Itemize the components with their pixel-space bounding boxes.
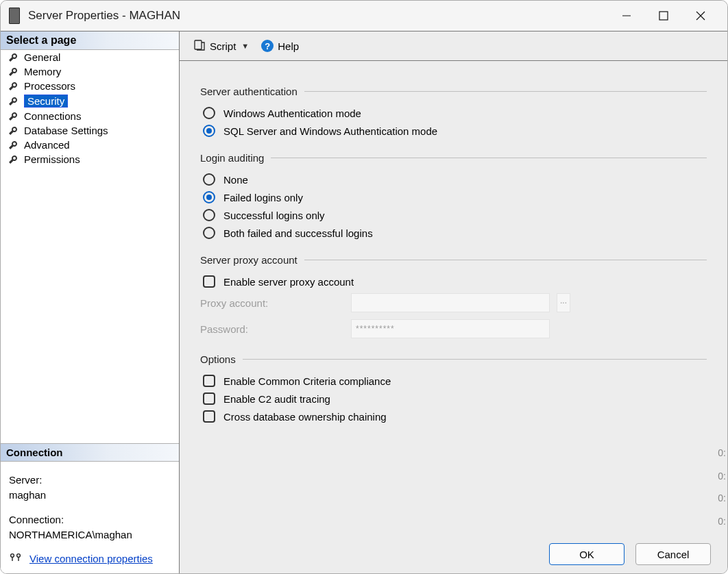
close-button[interactable] — [682, 1, 719, 31]
close-icon — [695, 10, 706, 21]
group-title-login-auditing: Login auditing — [200, 152, 271, 164]
checkbox-enable-proxy[interactable]: Enable server proxy account — [200, 275, 707, 288]
radio-label: Windows Authentication mode — [223, 108, 361, 119]
ok-button[interactable]: OK — [549, 543, 624, 565]
radio-icon — [203, 227, 215, 239]
group-server-authentication: Server authentication Windows Authentica… — [200, 86, 707, 137]
minimize-button[interactable] — [608, 1, 645, 31]
checkbox-common-criteria[interactable]: Enable Common Criteria compliance — [200, 375, 707, 387]
radio-label: Successful logins only — [223, 210, 325, 221]
server-value: maghan — [9, 488, 171, 503]
main-panel: Script ▼ ? Help Server authentication — [180, 32, 727, 573]
sidebar-item-security[interactable]: Security — [1, 93, 179, 109]
minimize-icon — [621, 10, 632, 21]
wrench-icon — [8, 66, 19, 77]
group-server-proxy: Server proxy account Enable server proxy… — [200, 254, 707, 338]
checkbox-cross-db-ownership[interactable]: Cross database ownership chaining — [200, 410, 707, 423]
sidebar-page-list: GeneralMemoryProcessorsSecurityConnectio… — [1, 50, 179, 166]
sidebar-item-general[interactable]: General — [1, 50, 179, 64]
sidebar-item-label: Security — [24, 95, 68, 108]
radio-label: Both failed and successful logins — [223, 227, 373, 239]
radio-sql-and-windows-auth[interactable]: SQL Server and Windows Authentication mo… — [200, 125, 707, 137]
edge-marker: 0: — [712, 471, 727, 482]
script-button[interactable]: Script ▼ — [189, 37, 253, 55]
proxy-password-input: ********** — [351, 319, 550, 338]
svg-point-6 — [17, 554, 21, 558]
group-title-server-auth: Server authentication — [200, 86, 304, 97]
radio-icon — [203, 107, 215, 119]
proxy-account-label: Proxy account: — [200, 297, 351, 309]
cancel-button[interactable]: Cancel — [635, 543, 711, 565]
sidebar-item-connections[interactable]: Connections — [1, 109, 179, 123]
checkbox-label: Cross database ownership chaining — [223, 411, 387, 423]
script-label: Script — [210, 40, 236, 52]
script-icon — [193, 39, 206, 53]
wrench-icon — [8, 154, 19, 165]
wrench-icon — [8, 52, 19, 63]
divider — [271, 158, 707, 158]
radio-audit-none[interactable]: None — [200, 173, 707, 186]
checkbox-c2-audit[interactable]: Enable C2 audit tracing — [200, 392, 707, 405]
maximize-button[interactable] — [645, 1, 682, 31]
sidebar-header: Select a page — [1, 32, 179, 50]
sidebar-item-database-settings[interactable]: Database Settings — [1, 123, 179, 138]
help-icon: ? — [261, 40, 274, 52]
connection-value: NORTHAMERICA\maghan — [9, 527, 171, 542]
checkbox-icon — [203, 410, 215, 423]
checkbox-label: Enable server proxy account — [223, 276, 354, 288]
edge-marker: 0: — [712, 516, 727, 527]
chevron-down-icon: ▼ — [241, 42, 249, 50]
wrench-icon — [8, 81, 19, 92]
group-options: Options Enable Common Criteria complianc… — [200, 353, 707, 423]
sidebar-item-advanced[interactable]: Advanced — [1, 138, 179, 152]
radio-audit-successful[interactable]: Successful logins only — [200, 209, 707, 221]
divider — [304, 91, 707, 92]
wrench-icon — [8, 140, 19, 151]
wrench-icon — [8, 96, 19, 107]
wrench-icon — [8, 111, 19, 122]
wrench-icon — [8, 125, 19, 136]
radio-icon — [203, 125, 215, 137]
sidebar-item-label: Processors — [24, 80, 75, 92]
radio-label: None — [223, 174, 248, 186]
help-button[interactable]: ? Help — [257, 38, 303, 54]
group-title-options: Options — [200, 353, 243, 365]
sidebar-item-label: Connections — [24, 110, 81, 122]
maximize-icon — [659, 11, 668, 21]
radio-icon — [203, 209, 215, 221]
window-title: Server Properties - MAGHAN — [28, 9, 180, 23]
svg-point-4 — [11, 554, 14, 558]
edge-marker: 0: — [712, 447, 727, 458]
proxy-account-browse-button: ... — [557, 293, 570, 312]
radio-icon — [203, 173, 215, 186]
checkbox-label: Enable Common Criteria compliance — [223, 375, 391, 387]
ok-label: OK — [579, 549, 594, 560]
server-label: Server: — [9, 473, 171, 488]
window-frame: Server Properties - MAGHAN Select a page… — [0, 0, 728, 574]
sidebar-item-processors[interactable]: Processors — [1, 79, 179, 93]
sidebar: Select a page GeneralMemoryProcessorsSec… — [1, 32, 180, 573]
connection-properties-icon — [9, 551, 23, 566]
sidebar-item-label: Advanced — [24, 139, 70, 151]
divider — [304, 260, 707, 260]
radio-audit-failed[interactable]: Failed logins only — [200, 191, 707, 203]
toolbar: Script ▼ ? Help — [180, 32, 727, 61]
checkbox-icon — [203, 275, 215, 288]
checkbox-icon — [203, 392, 215, 405]
sidebar-connection-header: Connection — [1, 443, 179, 462]
connection-label: Connection: — [9, 512, 171, 527]
sidebar-item-permissions[interactable]: Permissions — [1, 152, 179, 166]
app-icon — [9, 8, 20, 24]
titlebar: Server Properties - MAGHAN — [1, 1, 727, 31]
radio-audit-both[interactable]: Both failed and successful logins — [200, 227, 707, 239]
view-connection-properties-link[interactable]: View connection properties — [29, 551, 153, 566]
connection-panel: Server: maghan Connection: NORTHAMERICA\… — [1, 462, 179, 573]
radio-label: SQL Server and Windows Authentication mo… — [223, 125, 437, 137]
svg-rect-1 — [659, 12, 668, 20]
sidebar-item-memory[interactable]: Memory — [1, 64, 179, 79]
sidebar-item-label: General — [24, 51, 60, 63]
radio-label: Failed logins only — [223, 192, 303, 203]
radio-windows-auth[interactable]: Windows Authentication mode — [200, 107, 707, 119]
group-login-auditing: Login auditing None Failed logins only S… — [200, 152, 707, 239]
proxy-account-input — [351, 293, 550, 312]
